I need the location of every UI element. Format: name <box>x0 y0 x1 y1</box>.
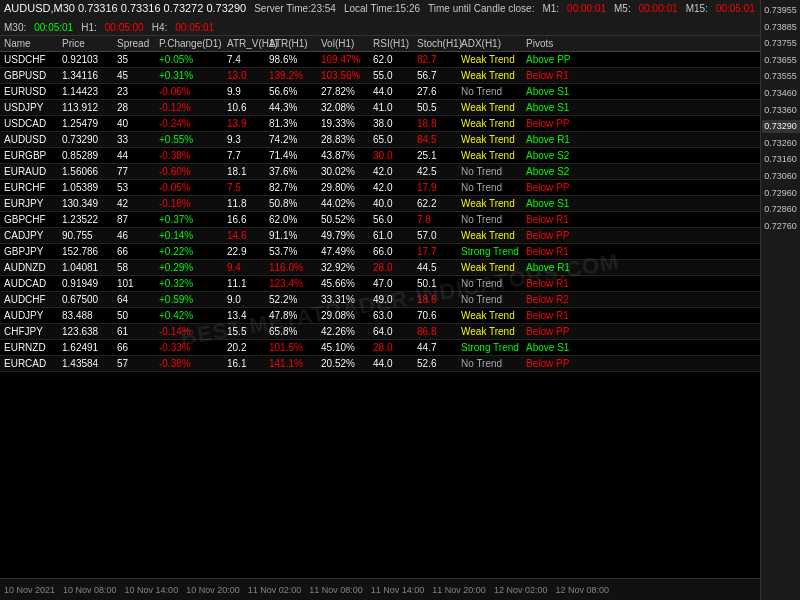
table-row: CHFJPY123.63861-0.14%15.565.8%42.26%64.0… <box>0 324 760 340</box>
cell-stoch: 50.5 <box>415 101 459 114</box>
cell-price: 1.14423 <box>60 85 115 98</box>
cell-atr: 65.8% <box>267 325 319 338</box>
cell-atrv: 9.9 <box>225 85 267 98</box>
cell-rsi: 63.0 <box>371 309 415 322</box>
cell-spread: 33 <box>115 133 157 146</box>
server-time-display: Server Time:23:54 <box>254 3 336 14</box>
cell-adx: Weak Trend <box>459 101 524 114</box>
cell-adx: No Trend <box>459 293 524 306</box>
cell-pivots: Above R1 <box>524 133 584 146</box>
cell-pivots: Above S2 <box>524 165 584 178</box>
cell-pchange: -0.06% <box>157 85 225 98</box>
price-panel: 0.739550.738850.737550.736550.735550.734… <box>760 0 800 600</box>
cell-adx: Weak Trend <box>459 133 524 146</box>
cell-stoch: 56.7 <box>415 69 459 82</box>
cell-adx: Weak Trend <box>459 309 524 322</box>
cell-stoch: 50.1 <box>415 277 459 290</box>
candle-time-1: 00:00:01 <box>639 3 678 14</box>
cell-spread: 53 <box>115 181 157 194</box>
candle-label-5: H4: <box>152 22 168 33</box>
cell-adx: Weak Trend <box>459 229 524 242</box>
cell-pchange: +0.31% <box>157 69 225 82</box>
cell-price: 1.23522 <box>60 213 115 226</box>
table-row: AUDJPY83.48850+0.42%13.447.8%29.08%63.07… <box>0 308 760 324</box>
cell-rsi: 41.0 <box>371 101 415 114</box>
cell-spread: 40 <box>115 117 157 130</box>
cell-pchange: -0.14% <box>157 325 225 338</box>
cell-atrv: 7.5 <box>225 181 267 194</box>
chart-date-0: 10 Nov 2021 <box>4 585 55 595</box>
col-header-4: ATR_V(H1) <box>225 37 267 50</box>
cell-pchange: -0.24% <box>157 117 225 130</box>
cell-adx: No Trend <box>459 181 524 194</box>
price-level-7: 0.73290 <box>762 120 800 133</box>
col-header-2: Spread <box>115 37 157 50</box>
cell-vol: 29.80% <box>319 181 371 194</box>
cell-pivots: Below PP <box>524 181 584 194</box>
cell-name: AUDCHF <box>2 293 60 306</box>
cell-atrv: 16.1 <box>225 357 267 370</box>
cell-rsi: 62.0 <box>371 53 415 66</box>
cell-rsi: 61.0 <box>371 229 415 242</box>
cell-vol: 27.82% <box>319 85 371 98</box>
cell-atrv: 14.6 <box>225 229 267 242</box>
price-level-13: 0.72760 <box>762 220 800 233</box>
cell-adx: Weak Trend <box>459 69 524 82</box>
cell-pchange: -0.12% <box>157 101 225 114</box>
cell-price: 0.92103 <box>60 53 115 66</box>
cell-price: 90.755 <box>60 229 115 242</box>
cell-price: 1.56066 <box>60 165 115 178</box>
chart-date-3: 10 Nov 20:00 <box>186 585 240 595</box>
cell-pivots: Below R1 <box>524 277 584 290</box>
candle-label-1: M5: <box>614 3 631 14</box>
cell-name: EURAUD <box>2 165 60 178</box>
cell-pchange: -0.18% <box>157 197 225 210</box>
cell-stoch: 57.0 <box>415 229 459 242</box>
price-level-4: 0.73555 <box>762 70 800 83</box>
price-level-11: 0.72960 <box>762 187 800 200</box>
cell-pchange: -0.38% <box>157 149 225 162</box>
cell-price: 0.85289 <box>60 149 115 162</box>
cell-spread: 57 <box>115 357 157 370</box>
cell-price: 113.912 <box>60 101 115 114</box>
cell-name: USDCHF <box>2 53 60 66</box>
chart-date-1: 10 Nov 08:00 <box>63 585 117 595</box>
cell-vol: 109.47% <box>319 53 371 66</box>
cell-pivots: Below PP <box>524 229 584 242</box>
cell-price: 1.34116 <box>60 69 115 82</box>
cell-pchange: +0.55% <box>157 133 225 146</box>
cell-atr: 44.3% <box>267 101 319 114</box>
cell-spread: 61 <box>115 325 157 338</box>
cell-atr: 123.4% <box>267 277 319 290</box>
cell-name: AUDUSD <box>2 133 60 146</box>
cell-spread: 42 <box>115 197 157 210</box>
cell-atr: 81.3% <box>267 117 319 130</box>
cell-vol: 32.08% <box>319 101 371 114</box>
cell-atrv: 18.1 <box>225 165 267 178</box>
col-header-9: ADX(H1) <box>459 37 524 50</box>
cell-rsi: 40.0 <box>371 197 415 210</box>
main-container: AUDUSD,M30 0.73316 0.73316 0.73272 0.732… <box>0 0 800 600</box>
cell-atr: 62.0% <box>267 213 319 226</box>
chart-date-6: 11 Nov 14:00 <box>371 585 425 595</box>
cell-vol: 44.02% <box>319 197 371 210</box>
cell-atrv: 10.6 <box>225 101 267 114</box>
cell-spread: 66 <box>115 245 157 258</box>
col-header-8: Stoch(H1) <box>415 37 459 50</box>
cell-pivots: Below R1 <box>524 245 584 258</box>
cell-rsi: 47.0 <box>371 277 415 290</box>
candle-time-2: 00:05:01 <box>716 3 755 14</box>
cell-spread: 23 <box>115 85 157 98</box>
cell-atrv: 16.6 <box>225 213 267 226</box>
cell-spread: 87 <box>115 213 157 226</box>
cell-spread: 58 <box>115 261 157 274</box>
table-row: EURJPY130.34942-0.18%11.850.8%44.02%40.0… <box>0 196 760 212</box>
cell-pchange: +0.29% <box>157 261 225 274</box>
cell-stoch: 17.9 <box>415 181 459 194</box>
price-level-10: 0.73060 <box>762 170 800 183</box>
cell-name: USDJPY <box>2 101 60 114</box>
cell-adx: Weak Trend <box>459 53 524 66</box>
cell-rsi: 42.0 <box>371 181 415 194</box>
cell-atrv: 9.4 <box>225 261 267 274</box>
cell-atrv: 20.2 <box>225 341 267 354</box>
